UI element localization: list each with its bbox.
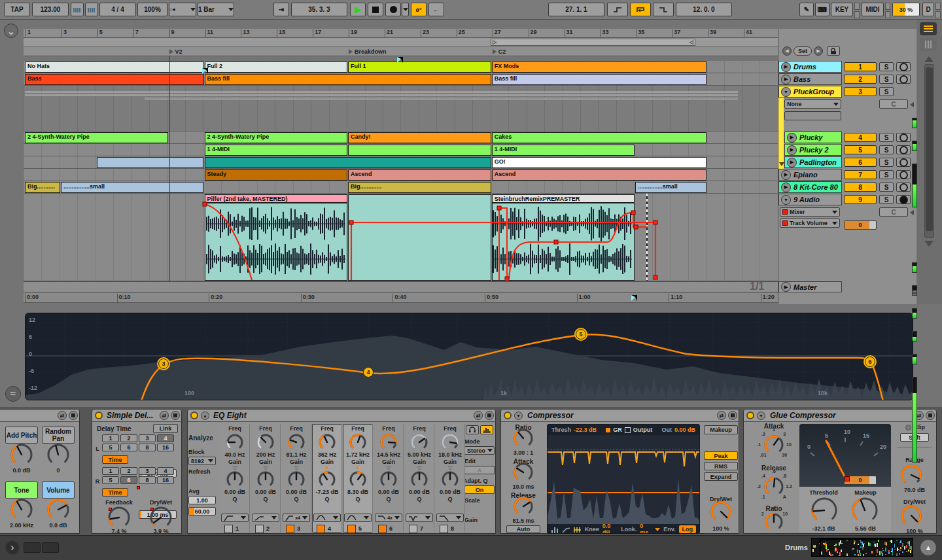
band-activator-row[interactable]: 8 (440, 525, 462, 533)
clip[interactable]: GO! (492, 157, 706, 168)
ruler-bar-label[interactable]: 33 (600, 29, 616, 37)
out-value[interactable]: 0.00 dB (674, 427, 695, 433)
band-checkbox[interactable] (255, 525, 264, 533)
track-play-icon[interactable]: ▶ (787, 133, 797, 143)
solo-button[interactable]: S (879, 170, 894, 179)
follow-button[interactable]: ⇥ (273, 3, 289, 16)
knee-value[interactable]: 0.0 dB (602, 523, 618, 534)
ruler-bar-label[interactable]: 31 (565, 29, 580, 37)
arrangement-position-field[interactable]: 35. 3. 3 (291, 3, 347, 16)
track-header-plucky[interactable]: ▶Plucky (784, 131, 842, 143)
band-activator-row[interactable]: 7 (409, 525, 431, 533)
stop-button[interactable] (368, 3, 383, 16)
gain-value[interactable]: 0.00 dB (404, 489, 434, 495)
freq-value[interactable]: 1.72 kHz (343, 451, 373, 458)
histogram-view-icon[interactable] (551, 526, 559, 533)
track-header-padlington[interactable]: ▶Padlington (784, 156, 842, 168)
time-ruler-label[interactable]: 1:10 (669, 294, 692, 302)
audition-button[interactable] (466, 425, 479, 434)
clip[interactable]: ...............small (635, 182, 706, 193)
filter-type-selector[interactable] (344, 514, 372, 522)
ruler-bar-label[interactable]: 13 (241, 29, 256, 37)
nudge-down-button[interactable]: |||| (71, 3, 84, 16)
refresh-field[interactable]: 60.00 (188, 507, 216, 516)
track-header-8-kit-core-80[interactable]: ▶8 Kit-Core 80 (778, 181, 842, 193)
track-number[interactable]: 5 (844, 145, 877, 154)
track-play-icon[interactable]: ▶ (781, 170, 791, 180)
ruler-bar-label[interactable]: 35 (636, 29, 652, 37)
quantization-menu[interactable]: 1 Bar (198, 3, 234, 16)
arm-button[interactable] (896, 158, 911, 167)
gain-knob[interactable] (410, 470, 429, 489)
hot-swap-icon[interactable]: ⇄ (58, 411, 67, 420)
device-power-button[interactable] (190, 411, 198, 419)
release-knob[interactable] (512, 495, 534, 517)
clip[interactable]: Bass (25, 74, 204, 85)
gain-value[interactable]: 0.00 dB (220, 489, 250, 495)
draw-mode-button[interactable]: ✎ (799, 3, 814, 16)
attack-value[interactable]: 10.0 ms (505, 483, 542, 490)
track-number[interactable]: 1 (844, 62, 877, 71)
freq-value[interactable]: 14.5 kHz (374, 451, 404, 458)
clip[interactable]: 1 4-MIDI (492, 145, 635, 156)
unfold-track-icon[interactable]: ▼ (781, 87, 791, 97)
freq-knob[interactable] (225, 432, 245, 452)
clip[interactable]: Ascend (348, 169, 491, 181)
locator-v2[interactable]: V2 (169, 48, 241, 56)
status-box[interactable] (42, 542, 59, 553)
crossfade-assign[interactable]: C (879, 207, 908, 217)
macro-knob[interactable] (9, 497, 34, 522)
track-number[interactable]: 9 (844, 195, 877, 204)
tap-tempo-button[interactable]: TAP (4, 3, 30, 16)
macro-value[interactable]: 0 (42, 467, 75, 474)
delay-beat-button[interactable]: 5 (102, 476, 119, 484)
send-amount[interactable]: 0 (844, 476, 877, 485)
back-to-arrangement-button[interactable]: ← (428, 3, 444, 16)
block-selector[interactable]: 8192 (188, 457, 216, 465)
prev-locator-button[interactable]: ◀ (782, 46, 792, 56)
show-hide-chain-icon[interactable]: ▲ (920, 539, 937, 556)
band-checkbox[interactable] (224, 525, 233, 533)
band-checkbox[interactable] (286, 525, 294, 533)
freq-knob[interactable] (440, 432, 460, 452)
nudge-up-button[interactable]: |||| (85, 3, 98, 16)
audio-clip-title[interactable]: SteinbruchRemixPREMASTER (492, 194, 635, 203)
gain-value[interactable]: 0.00 dB (281, 489, 311, 495)
arm-button[interactable] (896, 75, 911, 84)
delay-beat-button[interactable]: 2 (120, 434, 137, 442)
play-button[interactable]: ▶ (350, 3, 366, 16)
range-value[interactable]: 70.0 dB (896, 487, 933, 493)
clip[interactable]: ................small (61, 182, 204, 193)
arrangement-view-toggle[interactable] (920, 22, 937, 35)
next-locator-button[interactable]: ▶ (814, 46, 823, 56)
macro-knob[interactable] (46, 497, 71, 522)
automation-param-selector[interactable]: Track Volume (780, 219, 840, 228)
delay-beat-button[interactable]: 8 (139, 444, 156, 451)
ruler-bar-label[interactable]: 29 (529, 29, 544, 37)
macro-value[interactable]: 2.00 kHz (5, 522, 38, 529)
locator-breakdown[interactable]: Breakdown (349, 48, 421, 56)
scroll-down-icon[interactable] (924, 241, 933, 247)
delay-beat-button[interactable]: 4 (157, 434, 174, 442)
fold-device-icon[interactable]: ▼ (514, 411, 523, 420)
gain-value[interactable]: 0.00 dB (435, 489, 465, 495)
gain-value[interactable]: 8.30 dB (343, 489, 373, 495)
save-preset-icon[interactable] (926, 411, 935, 420)
ruler-bar-label[interactable]: 7 (133, 29, 149, 37)
l-time-mode-button[interactable]: Time (102, 455, 128, 464)
lookahead-value[interactable]: 0 ms (640, 523, 652, 534)
arm-button[interactable] (896, 133, 911, 142)
expand-button[interactable]: Expand (704, 472, 738, 481)
eq-band-handle-4[interactable]: 4 (363, 367, 374, 377)
ruler-bar-label[interactable]: 19 (349, 29, 364, 37)
freq-knob[interactable] (410, 432, 429, 452)
overview-ruler[interactable] (24, 281, 778, 292)
locator-c2[interactable]: C2 (493, 48, 565, 56)
glue-drywet-knob[interactable] (899, 504, 923, 527)
device-power-button[interactable] (95, 411, 103, 419)
track-play-icon[interactable]: ▶ (781, 282, 791, 292)
track-play-icon[interactable]: ▶ (781, 62, 791, 72)
midi-map-button[interactable]: MIDI (862, 3, 884, 16)
gr-label[interactable]: GR (613, 427, 622, 433)
gain-knob[interactable] (440, 470, 460, 489)
